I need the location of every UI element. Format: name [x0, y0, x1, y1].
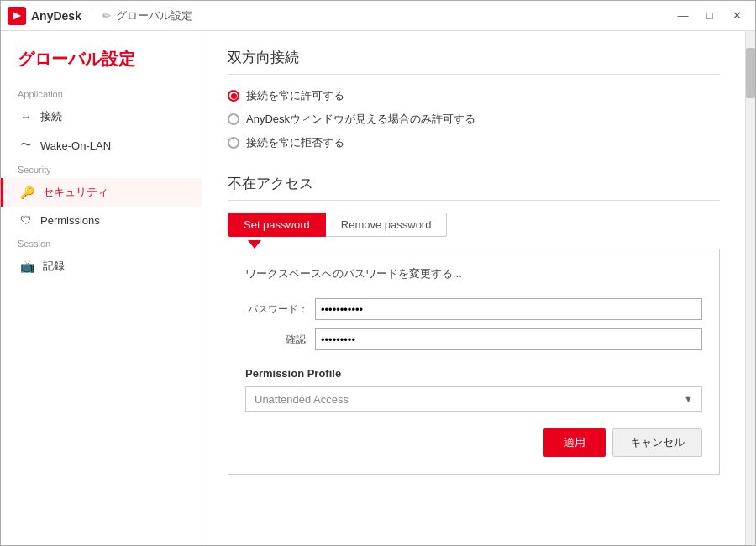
titlebar-left: ▶ AnyDesk ✏ グローバル設定 [8, 7, 192, 25]
section-label-security: Security [1, 160, 202, 178]
section-label-application: Application [1, 84, 202, 102]
password-panel: ワークスペースへのパスワードを変更する... パスワード： 確認: Permis… [228, 249, 720, 475]
password-label: パスワード： [245, 302, 308, 317]
anydesk-logo-icon: ▶ [8, 7, 26, 25]
permission-profile-label: Permission Profile [245, 367, 702, 380]
action-buttons: 適用 キャンセル [245, 428, 702, 457]
dropdown-value: Unattended Access [255, 393, 349, 406]
section-label-session: Session [1, 234, 202, 252]
radio-visible-only[interactable]: AnyDeskウィンドウが見える場合のみ許可する [228, 112, 720, 127]
radio-circle-allow [228, 90, 239, 102]
confirm-label: 確認: [245, 333, 308, 347]
radio-circle-deny [228, 137, 239, 149]
sidebar-item-label-permissions: Permissions [40, 214, 100, 227]
radio-group-connection: 接続を常に許可する AnyDeskウィンドウが見える場合のみ許可する 接続を常に… [228, 88, 720, 150]
radio-label-allow: 接続を常に許可する [246, 88, 344, 103]
main-content: グローバル設定 Application ↔ 接続 〜 Wake-On-LAN S… [1, 31, 755, 545]
password-input[interactable] [315, 298, 702, 320]
main-window: ▶ AnyDesk ✏ グローバル設定 — □ ✕ グローバル設定 Applic… [0, 0, 756, 546]
panel-description: ワークスペースへのパスワードを変更する... [245, 266, 702, 281]
cancel-button[interactable]: キャンセル [612, 428, 702, 457]
tab-set-password[interactable]: Set password [228, 213, 326, 237]
sidebar-item-connection[interactable]: ↔ 接続 [1, 102, 202, 131]
app-name: AnyDesk [31, 9, 81, 23]
pencil-icon: ✏ [102, 10, 111, 22]
tab-title-text: グローバル設定 [116, 8, 192, 24]
apply-button[interactable]: 適用 [543, 428, 606, 457]
radio-label-visible: AnyDeskウィンドウが見える場合のみ許可する [246, 112, 475, 127]
radio-circle-visible [228, 113, 239, 125]
sidebar-item-security[interactable]: 🔑 セキュリティ [1, 178, 202, 207]
permission-section: Permission Profile Unattended Access ▼ [245, 367, 702, 412]
maximize-button[interactable]: □ [698, 7, 722, 25]
radio-always-allow[interactable]: 接続を常に許可する [228, 88, 720, 103]
arrow-down-indicator [248, 240, 261, 249]
sidebar-item-label-wakeonlan: Wake-On-LAN [40, 139, 111, 152]
sidebar-title: グローバル設定 [1, 41, 202, 84]
confirm-input[interactable] [315, 328, 702, 350]
chevron-down-icon: ▼ [684, 394, 693, 404]
tab-title-area: ✏ グローバル設定 [92, 8, 192, 24]
tab-buttons: Set password Remove password [228, 213, 720, 237]
sidebar-item-record[interactable]: 📺 記録 [1, 252, 202, 281]
close-button[interactable]: ✕ [725, 7, 748, 25]
connection-icon: ↔ [20, 110, 32, 123]
sidebar-item-permissions[interactable]: 🛡 Permissions [1, 207, 202, 234]
key-icon: 🔑 [20, 186, 34, 199]
content-area: 双方向接続 接続を常に許可する AnyDeskウィンドウが見える場合のみ許可する… [202, 31, 745, 545]
titlebar: ▶ AnyDesk ✏ グローバル設定 — □ ✕ [1, 1, 755, 31]
radio-always-deny[interactable]: 接続を常に拒否する [228, 135, 720, 150]
titlebar-controls: — □ ✕ [671, 7, 748, 25]
sidebar-item-label-security: セキュリティ [43, 185, 108, 200]
section1-title: 双方向接続 [228, 48, 720, 75]
radio-label-deny: 接続を常に拒否する [246, 135, 344, 150]
sidebar: グローバル設定 Application ↔ 接続 〜 Wake-On-LAN S… [1, 31, 202, 545]
record-icon: 📺 [20, 260, 34, 273]
shield-icon: 🛡 [20, 213, 32, 227]
sidebar-item-label-record: 記録 [43, 259, 65, 274]
section2-title: 不在アクセス [228, 174, 720, 201]
tab-remove-password[interactable]: Remove password [326, 213, 448, 237]
scrollbar-thumb[interactable] [746, 48, 755, 98]
sidebar-item-label-connection: 接続 [40, 109, 62, 124]
app-logo: ▶ AnyDesk [8, 7, 81, 25]
wakeonlan-icon: 〜 [20, 138, 32, 153]
sidebar-item-wakeonlan[interactable]: 〜 Wake-On-LAN [1, 131, 202, 160]
password-row: パスワード： [245, 298, 702, 320]
confirm-row: 確認: [245, 328, 702, 350]
scrollbar-track[interactable] [745, 31, 755, 545]
minimize-button[interactable]: — [671, 7, 695, 25]
permission-dropdown[interactable]: Unattended Access ▼ [245, 386, 702, 412]
